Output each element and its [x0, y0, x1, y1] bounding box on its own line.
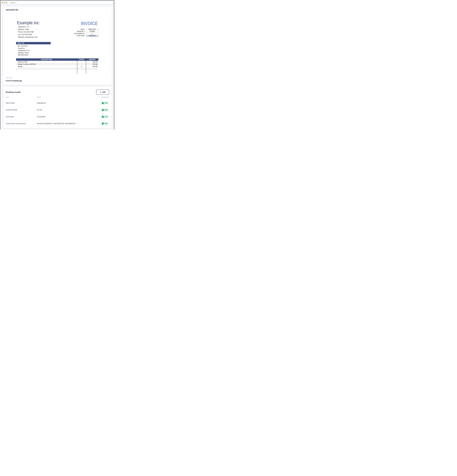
item-taxed [77, 61, 86, 63]
meta-row-invoice-number: INVOICE # 123456 [74, 30, 99, 33]
browser-chrome: simple-x.ai [0, 0, 114, 5]
result-field: Invoice Items and Amounts [6, 123, 37, 125]
reading-results-card: Reading results Edit Field Value Confide… [3, 86, 112, 128]
table-row: [Labor: 5 hours at $75/hr] 375.00 [16, 63, 99, 65]
address-line: Shibuya, Tokyo [18, 28, 38, 31]
item-taxed [77, 63, 86, 65]
column-amount: AMOUNT [86, 58, 99, 61]
confidence-badge: 98% [100, 108, 109, 112]
browser-window: simple-x.ai Uploaded file Example.Inc IN… [0, 0, 114, 129]
meta-value-highlighted: 2026/1/20 [86, 35, 99, 37]
check-circle-icon [102, 102, 104, 104]
item-amount: 345.00 [86, 65, 99, 68]
result-field: Client Name [6, 102, 37, 104]
item-amount: 230.00 [86, 61, 99, 63]
item-amount [86, 70, 99, 72]
item-description [16, 70, 77, 72]
result-row-issue-date: Issue Date 21/12/2025 97% [6, 113, 109, 120]
column-confidence: Confidence [97, 96, 109, 98]
reading-results-title: Reading results [6, 91, 21, 93]
item-taxed [77, 68, 86, 70]
table-row [16, 70, 99, 72]
bill-to-line: Shibuya, Tokyo [18, 52, 30, 54]
meta-label: CUSTOMER ID [74, 33, 86, 34]
column-value: Value [37, 96, 97, 98]
item-taxed [77, 70, 86, 72]
result-value: Example.Inc [37, 102, 97, 104]
bill-to-line: Mr. Customer [18, 45, 30, 47]
confidence-value: 99% [105, 102, 108, 104]
meta-label: INVOICE # [77, 31, 86, 32]
confidence-value: 95% [105, 123, 108, 125]
pencil-icon [100, 91, 101, 93]
meta-value: 2025/12/21 [86, 28, 99, 31]
confidence-value: 98% [105, 109, 108, 111]
invoice-items-table: DESCRIPTION TAXED AMOUNT [Service Fee] 2… [16, 58, 99, 72]
close-window-button[interactable] [2, 2, 3, 3]
table-divider [86, 61, 86, 74]
check-circle-icon [102, 123, 104, 125]
items-table-header: DESCRIPTION TAXED AMOUNT [16, 58, 99, 61]
bill-to-address: Mr. Customer Tester.Inc Jungumae 2-2-2 S… [18, 45, 30, 56]
page-content: Uploaded file Example.Inc INVOICE Jingum… [0, 5, 114, 128]
invoice-company-address: Jingumae 1-1-1 Shibuya, Tokyo Phone: 012… [18, 26, 38, 38]
meta-value: 1 [86, 33, 99, 35]
table-row: [Parts] X 345.00 [16, 65, 99, 68]
address-line: Phone: 012-345-6789 [18, 31, 38, 33]
item-taxed: X [77, 65, 86, 68]
confidence-badge: 95% [100, 122, 109, 125]
edit-button[interactable]: Edit [96, 90, 109, 95]
uploaded-file-card: Uploaded file Example.Inc INVOICE Jingum… [3, 7, 112, 85]
item-amount [86, 68, 99, 70]
result-value: 971.56 [37, 109, 97, 111]
table-row [16, 68, 99, 70]
table-row: [Service Fee] 230.00 [16, 61, 99, 63]
invoice-doc-title: INVOICE [81, 21, 98, 26]
edit-button-label: Edit [102, 91, 106, 93]
confidence-badge: 99% [100, 101, 109, 105]
maximize-window-button[interactable] [6, 2, 7, 3]
check-circle-icon [102, 116, 104, 118]
meta-row-date: DATE 2025/12/21 [74, 28, 99, 31]
bill-to-line: 987-654-3210 [18, 54, 30, 56]
file-name-value: invoice-template.jpg [6, 80, 109, 82]
meta-value: 123456 [86, 30, 99, 33]
uploaded-file-title: Uploaded file [6, 7, 109, 11]
confidence-badge: 97% [100, 115, 109, 119]
result-row-invoice-items: Invoice Items and Amounts Service Fee:$2… [6, 120, 109, 127]
table-divider [77, 61, 77, 74]
file-name-label: File name [6, 77, 109, 79]
result-field: Invoice Amount [6, 109, 37, 111]
minimize-window-button[interactable] [4, 2, 5, 3]
confidence-value: 97% [105, 116, 108, 118]
results-rows: Client Name Example.Inc 99% Invoice Amou… [6, 100, 109, 127]
result-row-client-name: Client Name Example.Inc 99% [6, 100, 109, 106]
address-bar[interactable]: simple-x.ai [8, 1, 113, 4]
meta-label: DUE DATE [77, 35, 86, 37]
bill-to-line: Tester.Inc [18, 47, 30, 50]
bill-to-header: BILL TO [16, 42, 51, 44]
item-amount: 375.00 [86, 63, 99, 65]
meta-row-due-date: DUE DATE 2026/1/20 [74, 35, 99, 37]
invoice-company-name: Example.Inc [17, 20, 39, 25]
invoice-preview-image: Example.Inc INVOICE Jingumae 1-1-1 Shibu… [6, 13, 109, 74]
result-row-invoice-amount: Invoice Amount 971.56 98% [6, 106, 109, 113]
item-description: [Parts] [16, 65, 77, 68]
invoice-meta-table: DATE 2025/12/21 INVOICE # 123456 CUSTOME… [74, 28, 99, 37]
address-line: Website: somedomain.com [18, 36, 38, 38]
result-field: Issue Date [6, 116, 37, 118]
address-line: Fax: 012-345-6789 [18, 33, 38, 36]
column-taxed: TAXED [77, 58, 86, 61]
window-controls [2, 2, 7, 3]
url-text: simple-x.ai [10, 2, 17, 3]
item-description [16, 68, 77, 70]
result-value: Service Fee:$230.00, Labor:$375.00, Part… [37, 123, 97, 125]
meta-label: DATE [81, 29, 86, 30]
check-circle-icon [102, 109, 104, 111]
results-column-headers: Field Value Confidence [6, 96, 109, 98]
column-field: Field [6, 96, 37, 98]
meta-row-customer-id: CUSTOMER ID 1 [74, 33, 99, 35]
results-header: Reading results Edit [6, 90, 109, 95]
bill-to-line: Jungumae 2-2-2 [18, 49, 30, 52]
item-description: [Labor: 5 hours at $75/hr] [16, 63, 77, 65]
